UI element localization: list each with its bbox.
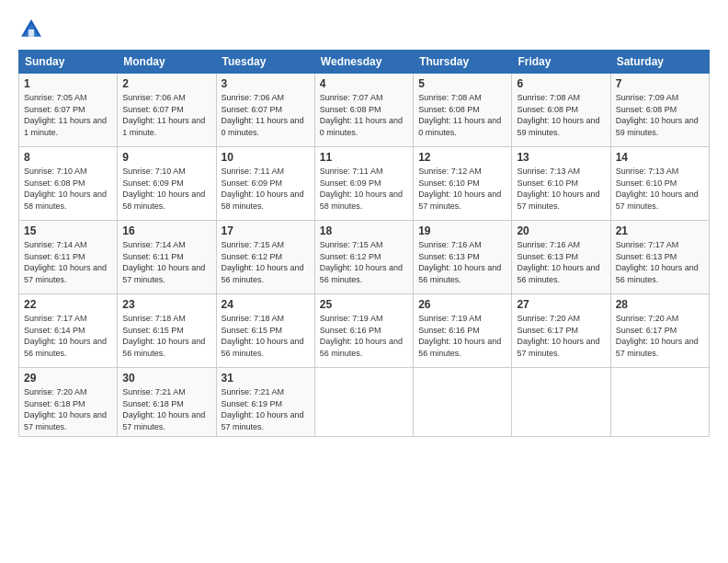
- week-row-2: 8 Sunrise: 7:10 AM Sunset: 6:08 PM Dayli…: [19, 147, 710, 221]
- day-number: 24: [222, 298, 310, 311]
- daylight-label: Daylight: 10 hours and 56 minutes.: [320, 263, 403, 284]
- sunset-label: Sunset: 6:13 PM: [616, 252, 677, 261]
- calendar-cell: 20 Sunrise: 7:16 AM Sunset: 6:13 PM Dayl…: [512, 221, 610, 294]
- sunrise-label: Sunrise: 7:13 AM: [517, 167, 580, 176]
- sunrise-label: Sunrise: 7:20 AM: [517, 314, 580, 323]
- col-header-friday: Friday: [512, 51, 610, 74]
- sunset-label: Sunset: 6:10 PM: [517, 178, 578, 188]
- day-number: 23: [122, 298, 210, 311]
- page: SundayMondayTuesdayWednesdayThursdayFrid…: [0, 0, 728, 563]
- daylight-label: Daylight: 10 hours and 56 minutes.: [122, 337, 205, 358]
- sunset-label: Sunset: 6:17 PM: [616, 326, 677, 335]
- sunset-label: Sunset: 6:09 PM: [122, 178, 184, 188]
- daylight-label: Daylight: 10 hours and 56 minutes.: [418, 263, 501, 284]
- calendar-cell: 27 Sunrise: 7:20 AM Sunset: 6:17 PM Dayl…: [512, 294, 610, 368]
- day-number: 27: [517, 298, 605, 311]
- calendar-cell: 24 Sunrise: 7:18 AM Sunset: 6:15 PM Dayl…: [216, 294, 314, 368]
- daylight-label: Daylight: 11 hours and 1 minute.: [24, 116, 107, 137]
- sunset-label: Sunset: 6:18 PM: [24, 399, 85, 408]
- cell-content: Sunrise: 7:15 AM Sunset: 6:12 PM Dayligh…: [222, 239, 310, 285]
- sunset-label: Sunset: 6:19 PM: [222, 399, 283, 408]
- calendar-cell: [512, 368, 610, 437]
- logo-icon: [18, 17, 44, 42]
- sunset-label: Sunset: 6:10 PM: [418, 178, 480, 188]
- day-number: 11: [320, 151, 408, 164]
- sunrise-label: Sunrise: 7:06 AM: [222, 93, 285, 102]
- sunrise-label: Sunrise: 7:19 AM: [418, 314, 482, 323]
- cell-content: Sunrise: 7:05 AM Sunset: 6:07 PM Dayligh…: [24, 92, 112, 138]
- day-number: 8: [24, 151, 112, 164]
- sunrise-label: Sunrise: 7:08 AM: [517, 93, 580, 102]
- col-header-thursday: Thursday: [414, 51, 512, 74]
- day-number: 20: [517, 224, 605, 237]
- calendar-cell: 6 Sunrise: 7:08 AM Sunset: 6:08 PM Dayli…: [512, 74, 610, 147]
- day-number: 17: [222, 224, 310, 237]
- calendar-cell: 22 Sunrise: 7:17 AM Sunset: 6:14 PM Dayl…: [19, 294, 118, 368]
- sunrise-label: Sunrise: 7:18 AM: [222, 314, 285, 323]
- calendar-body: 1 Sunrise: 7:05 AM Sunset: 6:07 PM Dayli…: [19, 74, 710, 437]
- daylight-label: Daylight: 10 hours and 56 minutes.: [222, 263, 304, 284]
- daylight-label: Daylight: 10 hours and 59 minutes.: [517, 116, 599, 137]
- daylight-label: Daylight: 10 hours and 56 minutes.: [222, 337, 304, 358]
- header: [18, 17, 710, 42]
- day-number: 3: [222, 77, 310, 90]
- day-number: 13: [517, 151, 605, 164]
- day-number: 22: [24, 298, 112, 311]
- daylight-label: Daylight: 10 hours and 57 minutes.: [122, 263, 205, 284]
- daylight-label: Daylight: 10 hours and 57 minutes.: [616, 337, 699, 358]
- daylight-label: Daylight: 10 hours and 58 minutes.: [320, 190, 403, 211]
- cell-content: Sunrise: 7:16 AM Sunset: 6:13 PM Dayligh…: [517, 239, 605, 285]
- sunset-label: Sunset: 6:13 PM: [418, 252, 480, 261]
- cell-content: Sunrise: 7:06 AM Sunset: 6:07 PM Dayligh…: [122, 92, 210, 138]
- sunrise-label: Sunrise: 7:11 AM: [320, 167, 383, 176]
- sunset-label: Sunset: 6:10 PM: [616, 178, 677, 188]
- calendar-cell: 19 Sunrise: 7:16 AM Sunset: 6:13 PM Dayl…: [414, 221, 512, 294]
- cell-content: Sunrise: 7:17 AM Sunset: 6:14 PM Dayligh…: [24, 313, 112, 359]
- cell-content: Sunrise: 7:12 AM Sunset: 6:10 PM Dayligh…: [418, 166, 506, 212]
- sunset-label: Sunset: 6:11 PM: [122, 252, 184, 261]
- calendar-cell: 14 Sunrise: 7:13 AM Sunset: 6:10 PM Dayl…: [610, 147, 709, 221]
- calendar-cell: [610, 368, 709, 437]
- sunrise-label: Sunrise: 7:16 AM: [517, 240, 580, 249]
- calendar-cell: 10 Sunrise: 7:11 AM Sunset: 6:09 PM Dayl…: [216, 147, 314, 221]
- daylight-label: Daylight: 10 hours and 56 minutes.: [320, 337, 403, 358]
- calendar-cell: [314, 368, 413, 437]
- cell-content: Sunrise: 7:16 AM Sunset: 6:13 PM Dayligh…: [418, 239, 506, 285]
- sunset-label: Sunset: 6:08 PM: [320, 105, 381, 114]
- day-number: 29: [24, 372, 112, 385]
- daylight-label: Daylight: 10 hours and 57 minutes.: [122, 410, 205, 431]
- calendar-cell: 23 Sunrise: 7:18 AM Sunset: 6:15 PM Dayl…: [118, 294, 216, 368]
- calendar-cell: 13 Sunrise: 7:13 AM Sunset: 6:10 PM Dayl…: [512, 147, 610, 221]
- sunset-label: Sunset: 6:13 PM: [517, 252, 578, 261]
- day-number: 15: [24, 224, 112, 237]
- calendar-cell: 8 Sunrise: 7:10 AM Sunset: 6:08 PM Dayli…: [19, 147, 118, 221]
- sunrise-label: Sunrise: 7:20 AM: [24, 387, 87, 396]
- col-header-wednesday: Wednesday: [314, 51, 413, 74]
- week-row-1: 1 Sunrise: 7:05 AM Sunset: 6:07 PM Dayli…: [19, 74, 710, 147]
- cell-content: Sunrise: 7:14 AM Sunset: 6:11 PM Dayligh…: [122, 239, 210, 285]
- daylight-label: Daylight: 10 hours and 56 minutes.: [418, 337, 501, 358]
- cell-content: Sunrise: 7:09 AM Sunset: 6:08 PM Dayligh…: [616, 92, 704, 138]
- cell-content: Sunrise: 7:20 AM Sunset: 6:18 PM Dayligh…: [24, 386, 112, 432]
- daylight-label: Daylight: 10 hours and 57 minutes.: [517, 337, 599, 358]
- day-number: 21: [616, 224, 704, 237]
- daylight-label: Daylight: 10 hours and 59 minutes.: [616, 116, 699, 137]
- sunrise-label: Sunrise: 7:13 AM: [616, 167, 679, 176]
- daylight-label: Daylight: 11 hours and 0 minutes.: [320, 116, 403, 137]
- cell-content: Sunrise: 7:15 AM Sunset: 6:12 PM Dayligh…: [320, 239, 408, 285]
- sunrise-label: Sunrise: 7:10 AM: [24, 167, 87, 176]
- sunset-label: Sunset: 6:09 PM: [320, 178, 381, 188]
- day-number: 2: [122, 77, 210, 90]
- sunrise-label: Sunrise: 7:20 AM: [616, 314, 679, 323]
- daylight-label: Daylight: 10 hours and 57 minutes.: [517, 190, 599, 211]
- day-number: 9: [122, 151, 210, 164]
- svg-rect-2: [28, 29, 34, 37]
- cell-content: Sunrise: 7:08 AM Sunset: 6:08 PM Dayligh…: [517, 92, 605, 138]
- cell-content: Sunrise: 7:10 AM Sunset: 6:09 PM Dayligh…: [122, 166, 210, 212]
- cell-content: Sunrise: 7:10 AM Sunset: 6:08 PM Dayligh…: [24, 166, 112, 212]
- calendar-cell: 4 Sunrise: 7:07 AM Sunset: 6:08 PM Dayli…: [314, 74, 413, 147]
- sunset-label: Sunset: 6:16 PM: [418, 326, 480, 335]
- sunrise-label: Sunrise: 7:06 AM: [122, 93, 186, 102]
- sunset-label: Sunset: 6:16 PM: [320, 326, 381, 335]
- sunset-label: Sunset: 6:09 PM: [222, 178, 283, 188]
